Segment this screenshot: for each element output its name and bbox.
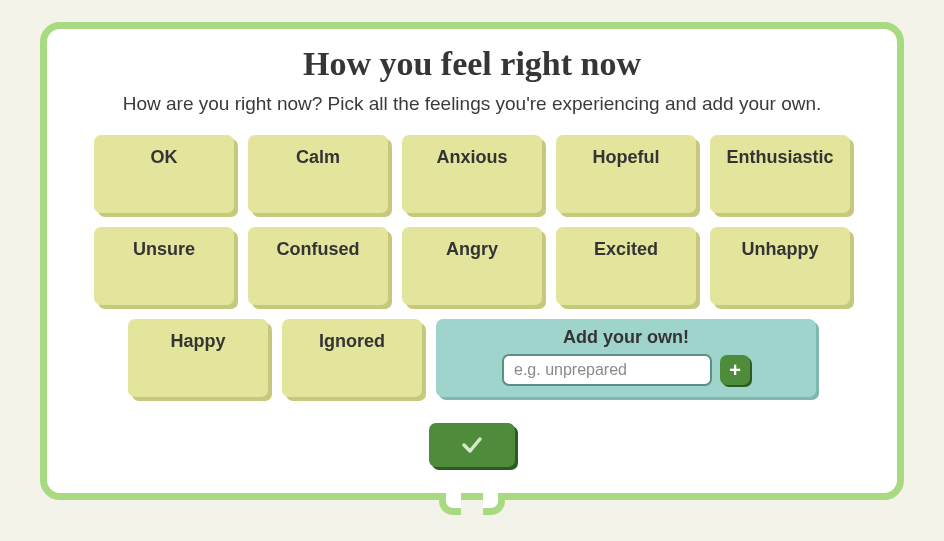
submit-row <box>87 423 857 467</box>
feeling-enthusiastic[interactable]: Enthusiastic <box>710 135 850 213</box>
feeling-calm[interactable]: Calm <box>248 135 388 213</box>
feeling-confused[interactable]: Confused <box>248 227 388 305</box>
feeling-angry[interactable]: Angry <box>402 227 542 305</box>
feeling-label: Unhappy <box>741 239 818 259</box>
feeling-label: Enthusiastic <box>726 147 833 167</box>
add-your-own-label: Add your own! <box>436 327 816 348</box>
feeling-ignored[interactable]: Ignored <box>282 319 422 397</box>
feeling-label: Angry <box>446 239 498 259</box>
tail-right <box>483 493 505 515</box>
check-icon <box>460 433 484 457</box>
page-title: How you feel right now <box>87 45 857 83</box>
plus-icon: + <box>729 360 741 380</box>
submit-button[interactable] <box>429 423 515 467</box>
feelings-panel: How you feel right now How are you right… <box>40 22 904 500</box>
add-your-own-row: + <box>436 354 816 386</box>
feeling-happy[interactable]: Happy <box>128 319 268 397</box>
feeling-ok[interactable]: OK <box>94 135 234 213</box>
feeling-label: Hopeful <box>593 147 660 167</box>
feeling-label: Ignored <box>319 331 385 351</box>
add-your-own-card: Add your own! + <box>436 319 816 397</box>
feeling-label: Happy <box>170 331 225 351</box>
page-subtitle: How are you right now? Pick all the feel… <box>87 93 857 115</box>
feeling-unsure[interactable]: Unsure <box>94 227 234 305</box>
speech-bubble-tail <box>439 493 505 515</box>
feelings-grid: OK Calm Anxious Hopeful Enthusiastic Uns… <box>87 135 857 397</box>
feeling-label: Calm <box>296 147 340 167</box>
feeling-anxious[interactable]: Anxious <box>402 135 542 213</box>
add-feeling-button[interactable]: + <box>720 355 750 385</box>
feeling-label: Excited <box>594 239 658 259</box>
feeling-label: OK <box>151 147 178 167</box>
feeling-label: Unsure <box>133 239 195 259</box>
add-your-own-input[interactable] <box>502 354 712 386</box>
tail-left <box>439 493 461 515</box>
feeling-excited[interactable]: Excited <box>556 227 696 305</box>
feeling-unhappy[interactable]: Unhappy <box>710 227 850 305</box>
feeling-hopeful[interactable]: Hopeful <box>556 135 696 213</box>
feeling-label: Anxious <box>436 147 507 167</box>
feeling-label: Confused <box>277 239 360 259</box>
